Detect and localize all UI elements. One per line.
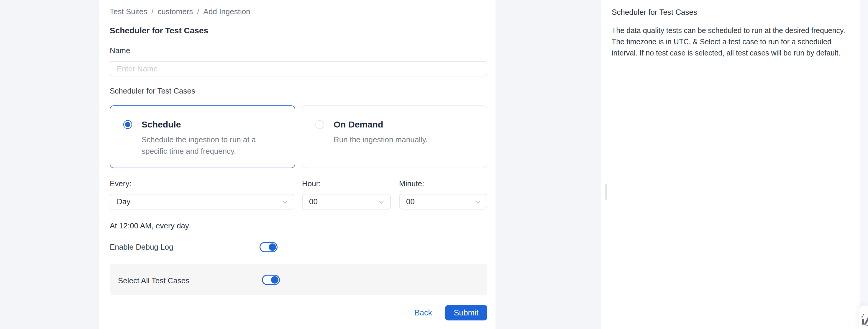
on-demand-radio[interactable] (315, 120, 324, 129)
hour-select[interactable]: 00 (302, 194, 391, 209)
breadcrumb-separator: / (151, 7, 153, 16)
panel-resize-handle[interactable] (605, 183, 607, 200)
schedule-type-options: Schedule Schedule the ingestion to run a… (110, 105, 487, 168)
breadcrumb-test-suites[interactable]: Test Suites (110, 7, 147, 16)
back-button[interactable]: Back (414, 308, 432, 318)
name-input[interactable] (110, 61, 487, 77)
every-label: Every: (110, 179, 131, 188)
submit-button[interactable]: Submit (445, 305, 487, 321)
name-label: Name (110, 46, 130, 55)
breadcrumb-add-ingestion: Add Ingestion (204, 7, 250, 16)
form-actions: Back Submit (110, 305, 487, 321)
select-all-test-cases-toggle[interactable] (262, 275, 280, 285)
chevron-down-icon (474, 199, 481, 208)
enable-debug-log-label: Enable Debug Log (110, 243, 173, 252)
schedule-option-title: Schedule (142, 119, 181, 130)
scheduler-section-label: Scheduler for Test Cases (110, 86, 195, 96)
on-demand-option-title: On Demand (334, 119, 383, 130)
toggle-knob (271, 276, 278, 283)
every-select-value: Day (117, 197, 130, 206)
breadcrumb-customers[interactable]: customers (157, 7, 193, 16)
breadcrumb-separator: / (197, 7, 199, 16)
every-select[interactable]: Day (110, 194, 294, 209)
on-demand-option-card[interactable]: On Demand Run the ingestion manually. (302, 105, 487, 168)
hour-label: Hour: (302, 179, 321, 188)
floating-widget-card[interactable] (859, 306, 868, 329)
add-ingestion-page: Test Suites / customers / Add Ingestion … (0, 0, 868, 329)
enable-debug-log-toggle[interactable] (259, 242, 278, 252)
breadcrumb: Test Suites / customers / Add Ingestion (110, 7, 250, 16)
minute-label: Minute: (399, 179, 424, 188)
chevron-down-icon (281, 199, 288, 208)
on-demand-option-description: Run the ingestion manually. (334, 134, 468, 146)
minute-select-value: 00 (406, 197, 415, 206)
help-panel-description: The data quality tests can be scheduled … (612, 25, 854, 58)
hour-select-value: 00 (309, 197, 318, 206)
schedule-radio[interactable] (123, 120, 132, 129)
toggle-knob (269, 243, 276, 251)
schedule-summary-text: At 12:00 AM, every day (110, 221, 189, 231)
right-edge-strip (860, 0, 868, 329)
scheduler-form-panel: Test Suites / customers / Add Ingestion … (99, 0, 495, 329)
minute-select[interactable]: 00 (399, 194, 487, 209)
select-all-test-cases-label: Select All Test Cases (118, 276, 189, 285)
page-title: Scheduler for Test Cases (110, 26, 208, 35)
help-panel: Scheduler for Test Cases The data qualit… (601, 0, 860, 329)
enable-debug-log-row: Enable Debug Log (110, 242, 487, 252)
middle-background-gutter (495, 0, 601, 329)
left-background-gutter (0, 0, 99, 329)
schedule-option-card[interactable]: Schedule Schedule the ingestion to run a… (110, 105, 295, 168)
chevron-down-icon (378, 199, 385, 208)
schedule-option-description: Schedule the ingestion to run at a speci… (142, 134, 276, 157)
select-all-test-cases-row: Select All Test Cases (110, 264, 487, 295)
help-panel-title: Scheduler for Test Cases (612, 8, 854, 17)
